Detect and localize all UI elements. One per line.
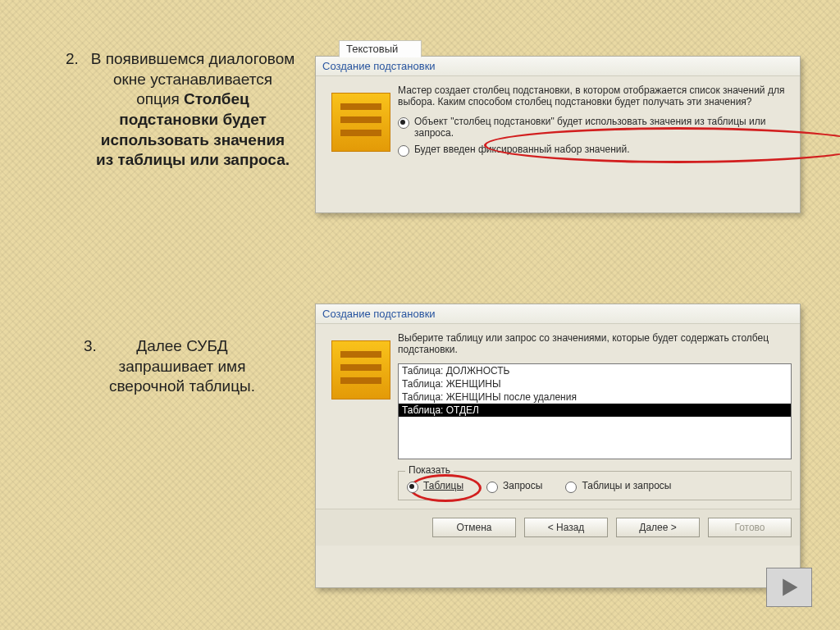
next-slide-button[interactable] bbox=[766, 568, 812, 607]
show-queries-option[interactable]: Запросы bbox=[486, 480, 542, 493]
dialog2-title: Создание подстановки bbox=[316, 304, 800, 324]
list-item[interactable]: Таблица: ЖЕНЩИНЫ bbox=[399, 377, 791, 390]
dialog2-description: Выберите таблицу или запрос со значениям… bbox=[398, 332, 792, 355]
radio-icon bbox=[398, 145, 409, 157]
list-item[interactable]: Таблица: ДОЛЖНОСТЬ bbox=[399, 364, 791, 377]
bullet-2-bold: Столбец подстановки будет использовать з… bbox=[96, 90, 290, 168]
option-fixed-values-label: Будет введен фиксированный набор значени… bbox=[414, 144, 630, 155]
dialog2-button-row: Отмена < Назад Далее > Готово bbox=[316, 509, 800, 546]
show-queries-label: Запросы bbox=[503, 480, 542, 491]
show-both-label: Таблицы и запросы bbox=[582, 480, 671, 491]
bullet-2-number: 2. bbox=[66, 49, 79, 70]
finish-button[interactable]: Готово bbox=[708, 518, 792, 537]
show-tables-option[interactable]: Таблицы bbox=[407, 480, 463, 493]
show-group-label: Показать bbox=[405, 464, 454, 476]
cancel-button[interactable]: Отмена bbox=[432, 518, 516, 537]
wizard-icon-col bbox=[324, 84, 398, 162]
table-listbox[interactable]: Таблица: ДОЛЖНОСТЬ Таблица: ЖЕНЩИНЫ Табл… bbox=[398, 363, 792, 459]
bullet-3: 3. Далее СУБД запрашивает имя сверочной … bbox=[108, 336, 256, 397]
field-type-tab: Текстовый bbox=[339, 40, 422, 57]
dialog1-description: Мастер создает столбец подстановки, в ко… bbox=[398, 84, 792, 107]
radio-icon bbox=[398, 117, 409, 129]
next-button[interactable]: Далее > bbox=[616, 518, 700, 537]
list-item-selected[interactable]: Таблица: ОТДЕЛ bbox=[399, 404, 791, 417]
radio-icon bbox=[486, 482, 498, 493]
wizard-icon bbox=[331, 340, 390, 399]
bullet-3-number: 3. bbox=[84, 336, 97, 357]
radio-icon bbox=[565, 482, 577, 493]
show-tables-label: Таблицы bbox=[423, 480, 463, 491]
lookup-wizard-dialog-2: Создание подстановки Выберите таблицу ил… bbox=[315, 304, 801, 588]
lookup-wizard-dialog-1: Текстовый Создание подстановки Мастер со… bbox=[315, 56, 801, 213]
list-item[interactable]: Таблица: ЖЕНЩИНЫ после удаления bbox=[399, 390, 791, 404]
show-group: Показать Таблицы Запросы bbox=[398, 471, 792, 500]
radio-icon bbox=[407, 482, 418, 493]
bullet-3-text: Далее СУБД запрашивает имя сверочной таб… bbox=[109, 337, 255, 395]
back-button[interactable]: < Назад bbox=[524, 518, 608, 537]
option-fixed-values[interactable]: Будет введен фиксированный набор значени… bbox=[398, 144, 792, 157]
dialog1-title: Создание подстановки bbox=[316, 57, 800, 76]
option-from-table-label: Объект "столбец подстановки" будет испол… bbox=[414, 116, 792, 139]
wizard-icon-col bbox=[324, 332, 398, 500]
show-both-option[interactable]: Таблицы и запросы bbox=[565, 480, 671, 493]
bullet-2: 2. В появившемся диалоговом окне устанав… bbox=[90, 49, 295, 171]
slide: 2. В появившемся диалоговом окне устанав… bbox=[0, 0, 840, 630]
play-icon bbox=[778, 577, 800, 598]
wizard-icon bbox=[331, 93, 390, 152]
svg-marker-0 bbox=[783, 579, 797, 596]
option-from-table[interactable]: Объект "столбец подстановки" будет испол… bbox=[398, 116, 792, 139]
